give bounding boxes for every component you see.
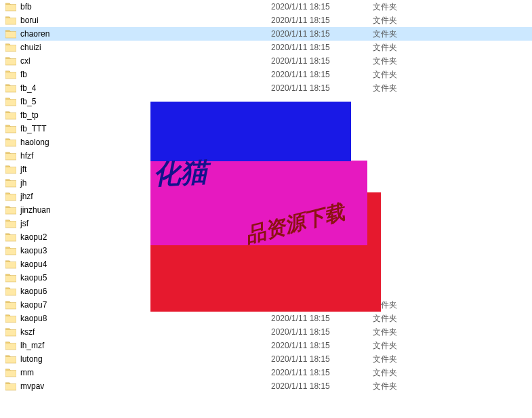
cell-name[interactable]: fb_TTT bbox=[5, 124, 271, 133]
cell-name[interactable]: chuizi bbox=[5, 43, 271, 52]
cell-type: 文件夹 bbox=[373, 381, 441, 392]
table-row[interactable]: kaopu82020/1/11 18:15文件夹 bbox=[0, 312, 532, 325]
cell-name[interactable]: mvpav bbox=[5, 381, 271, 391]
cell-name[interactable]: mm bbox=[5, 368, 271, 377]
cell-name[interactable]: fb_tp bbox=[5, 110, 271, 120]
table-row[interactable]: mm2020/1/11 18:15文件夹 bbox=[0, 366, 532, 379]
cell-name[interactable]: kaopu5 bbox=[5, 273, 271, 283]
folder-icon bbox=[5, 192, 16, 201]
table-row[interactable]: bfb2020/1/11 18:15文件夹 bbox=[0, 0, 532, 14]
cell-date: 2020/1/11 18:15 bbox=[271, 29, 373, 39]
cell-type: 文件夹 bbox=[373, 354, 441, 365]
cell-name[interactable]: kszf bbox=[5, 327, 271, 337]
table-row[interactable]: cxl2020/1/11 18:15文件夹 bbox=[0, 54, 532, 68]
table-row[interactable]: lutong2020/1/11 18:15文件夹 bbox=[0, 352, 532, 366]
folder-icon bbox=[5, 29, 16, 39]
cell-name[interactable]: kaopu7 bbox=[5, 300, 271, 310]
table-row[interactable]: hfzf bbox=[0, 149, 532, 163]
file-name-label: jinzhuan bbox=[20, 205, 51, 215]
cell-type: 文件夹 bbox=[373, 299, 441, 311]
table-row[interactable]: kaopu5 bbox=[0, 271, 532, 285]
cell-type: 文件夹 bbox=[373, 56, 441, 67]
cell-name[interactable]: kaopu4 bbox=[5, 259, 271, 269]
folder-icon bbox=[5, 138, 16, 147]
table-row[interactable]: fb2020/1/11 18:15文件夹 bbox=[0, 68, 532, 81]
table-row[interactable]: jft bbox=[0, 163, 532, 176]
folder-icon bbox=[5, 124, 16, 133]
folder-icon bbox=[5, 341, 16, 350]
cell-name[interactable]: cxl bbox=[5, 56, 271, 66]
file-name-label: cxl bbox=[20, 56, 30, 66]
table-row[interactable]: kaopu72020/1/11 18:15文件夹 bbox=[0, 298, 532, 312]
file-name-label: haolong bbox=[20, 138, 49, 147]
table-row[interactable]: fb_tp bbox=[0, 108, 532, 122]
cell-name[interactable]: lh_mzf bbox=[5, 341, 271, 350]
cell-name[interactable]: kaopu6 bbox=[5, 287, 271, 296]
cell-name[interactable]: lutong bbox=[5, 354, 271, 364]
cell-date: 2020/1/11 18:15 bbox=[271, 341, 373, 350]
table-row[interactable]: kszf2020/1/11 18:15文件夹 bbox=[0, 325, 532, 339]
cell-name[interactable]: kaopu3 bbox=[5, 246, 271, 255]
folder-icon bbox=[5, 151, 16, 161]
folder-icon bbox=[5, 110, 16, 120]
table-row[interactable]: fb_5 bbox=[0, 95, 532, 108]
folder-icon bbox=[5, 314, 16, 323]
cell-date: 2020/1/11 18:15 bbox=[271, 327, 373, 337]
table-row[interactable]: chuizi2020/1/11 18:15文件夹 bbox=[0, 41, 532, 54]
folder-icon bbox=[5, 205, 16, 215]
file-name-label: jhzf bbox=[20, 192, 33, 201]
folder-icon bbox=[5, 70, 16, 79]
cell-name[interactable]: jsf bbox=[5, 219, 271, 228]
cell-date: 2020/1/11 18:15 bbox=[271, 300, 373, 310]
folder-icon bbox=[5, 327, 16, 337]
folder-icon bbox=[5, 300, 16, 310]
file-name-label: jh bbox=[20, 178, 26, 188]
cell-type: 文件夹 bbox=[373, 313, 441, 325]
cell-type: 文件夹 bbox=[373, 327, 441, 338]
file-name-label: kszf bbox=[20, 327, 35, 337]
table-row[interactable]: jinzhuan bbox=[0, 203, 532, 217]
cell-name[interactable]: chaoren bbox=[5, 29, 271, 39]
table-row[interactable]: fb_42020/1/11 18:15文件夹 bbox=[0, 81, 532, 95]
cell-date: 2020/1/11 18:15 bbox=[271, 354, 373, 364]
cell-name[interactable]: bfb bbox=[5, 2, 271, 12]
folder-icon bbox=[5, 368, 16, 377]
table-row[interactable]: kaopu6 bbox=[0, 285, 532, 298]
cell-name[interactable]: haolong bbox=[5, 138, 271, 147]
table-row[interactable]: lh_mzf2020/1/11 18:15文件夹 bbox=[0, 339, 532, 352]
table-row[interactable]: kaopu4 bbox=[0, 257, 532, 271]
table-row[interactable]: haolong bbox=[0, 135, 532, 149]
cell-name[interactable]: fb_4 bbox=[5, 83, 271, 93]
file-name-label: kaopu6 bbox=[20, 287, 47, 296]
file-name-label: kaopu8 bbox=[20, 314, 47, 323]
file-name-label: fb_5 bbox=[20, 97, 36, 106]
cell-name[interactable]: kaopu2 bbox=[5, 232, 271, 242]
table-row[interactable]: jh bbox=[0, 176, 532, 190]
table-row[interactable]: chaoren2020/1/11 18:15文件夹 bbox=[0, 27, 532, 41]
table-row[interactable]: fb_TTT bbox=[0, 122, 532, 135]
table-row[interactable]: kaopu3 bbox=[0, 244, 532, 257]
cell-name[interactable]: fb_5 bbox=[5, 97, 271, 106]
cell-name[interactable]: jft bbox=[5, 165, 271, 174]
table-row[interactable]: kaopu2 bbox=[0, 230, 532, 244]
file-name-label: mm bbox=[20, 368, 34, 377]
table-row[interactable]: jhzf bbox=[0, 190, 532, 203]
cell-name[interactable]: kaopu8 bbox=[5, 314, 271, 323]
table-row[interactable]: mvpav2020/1/11 18:15文件夹 bbox=[0, 379, 532, 393]
folder-icon bbox=[5, 43, 16, 52]
cell-name[interactable]: jhzf bbox=[5, 192, 271, 201]
file-list: bfb2020/1/11 18:15文件夹borui2020/1/11 18:1… bbox=[0, 0, 532, 393]
table-row[interactable]: borui2020/1/11 18:15文件夹 bbox=[0, 14, 532, 27]
cell-type: 文件夹 bbox=[373, 83, 441, 94]
cell-name[interactable]: jh bbox=[5, 178, 271, 188]
cell-name[interactable]: fb bbox=[5, 70, 271, 79]
cell-name[interactable]: hfzf bbox=[5, 151, 271, 161]
cell-name[interactable]: jinzhuan bbox=[5, 205, 271, 215]
file-name-label: bfb bbox=[20, 2, 32, 12]
cell-date: 2020/1/11 18:15 bbox=[271, 70, 373, 79]
table-row[interactable]: jsf bbox=[0, 217, 532, 230]
file-name-label: hfzf bbox=[20, 151, 33, 161]
file-name-label: kaopu4 bbox=[20, 259, 47, 269]
cell-name[interactable]: borui bbox=[5, 16, 271, 25]
file-name-label: jft bbox=[20, 165, 26, 174]
